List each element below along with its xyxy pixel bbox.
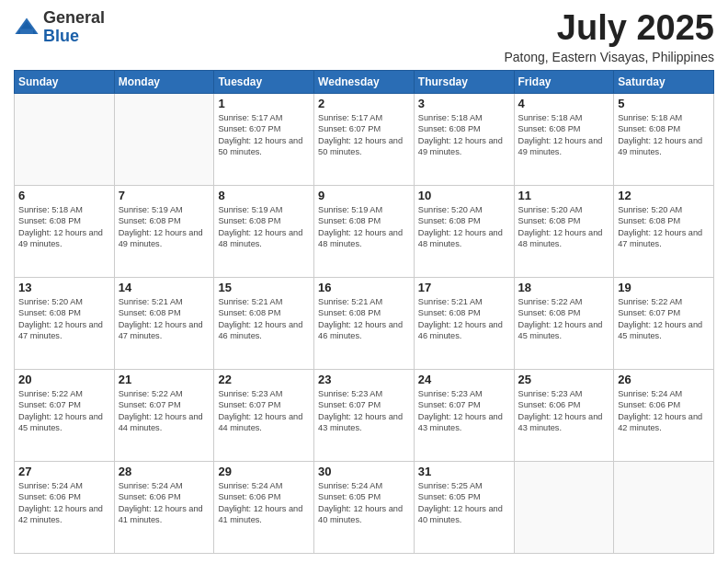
day-number: 20: [18, 373, 110, 386]
day-info: Sunrise: 5:24 AM Sunset: 6:06 PM Dayligh…: [18, 480, 110, 526]
day-info: Sunrise: 5:20 AM Sunset: 6:08 PM Dayligh…: [418, 204, 510, 250]
table-row: 16Sunrise: 5:21 AM Sunset: 6:08 PM Dayli…: [314, 277, 415, 369]
day-number: 8: [218, 189, 310, 202]
header-wednesday: Wednesday: [314, 70, 415, 93]
day-number: 25: [518, 373, 610, 386]
header: General Blue July 2025 Patong, Eastern V…: [14, 9, 714, 64]
day-info: Sunrise: 5:25 AM Sunset: 6:05 PM Dayligh…: [418, 480, 510, 526]
day-number: 19: [618, 281, 710, 294]
day-number: 18: [518, 281, 610, 294]
day-info: Sunrise: 5:20 AM Sunset: 6:08 PM Dayligh…: [18, 296, 110, 342]
table-row: 15Sunrise: 5:21 AM Sunset: 6:08 PM Dayli…: [214, 277, 314, 369]
header-tuesday: Tuesday: [214, 70, 314, 93]
location-subtitle: Patong, Eastern Visayas, Philippines: [504, 50, 714, 64]
day-number: 16: [318, 281, 410, 294]
header-friday: Friday: [514, 70, 614, 93]
table-row: 7Sunrise: 5:19 AM Sunset: 6:08 PM Daylig…: [114, 185, 214, 277]
day-info: Sunrise: 5:23 AM Sunset: 6:07 PM Dayligh…: [418, 388, 510, 434]
day-number: 11: [518, 189, 610, 202]
day-info: Sunrise: 5:19 AM Sunset: 6:08 PM Dayligh…: [119, 204, 210, 250]
day-number: 3: [418, 97, 510, 110]
day-number: 22: [218, 373, 310, 386]
day-number: 6: [18, 189, 110, 202]
day-number: 13: [18, 281, 110, 294]
table-row: 26Sunrise: 5:24 AM Sunset: 6:06 PM Dayli…: [614, 369, 714, 461]
calendar-table: Sunday Monday Tuesday Wednesday Thursday…: [14, 70, 714, 554]
table-row: 5Sunrise: 5:18 AM Sunset: 6:08 PM Daylig…: [614, 93, 714, 185]
table-row: 23Sunrise: 5:23 AM Sunset: 6:07 PM Dayli…: [314, 369, 415, 461]
day-number: 21: [119, 373, 210, 386]
table-row: [514, 461, 614, 553]
table-row: 4Sunrise: 5:18 AM Sunset: 6:08 PM Daylig…: [514, 93, 614, 185]
table-row: [614, 461, 714, 553]
logo-blue: Blue: [43, 27, 79, 45]
day-number: 17: [418, 281, 510, 294]
day-number: 31: [418, 465, 510, 478]
day-info: Sunrise: 5:18 AM Sunset: 6:08 PM Dayligh…: [618, 112, 710, 158]
table-row: 18Sunrise: 5:22 AM Sunset: 6:08 PM Dayli…: [514, 277, 614, 369]
day-info: Sunrise: 5:23 AM Sunset: 6:06 PM Dayligh…: [518, 388, 610, 434]
day-info: Sunrise: 5:22 AM Sunset: 6:07 PM Dayligh…: [119, 388, 210, 434]
day-number: 24: [418, 373, 510, 386]
day-info: Sunrise: 5:19 AM Sunset: 6:08 PM Dayligh…: [318, 204, 410, 250]
header-thursday: Thursday: [414, 70, 514, 93]
day-info: Sunrise: 5:18 AM Sunset: 6:08 PM Dayligh…: [18, 204, 110, 250]
day-number: 27: [18, 465, 110, 478]
table-row: 20Sunrise: 5:22 AM Sunset: 6:07 PM Dayli…: [15, 369, 115, 461]
table-row: 9Sunrise: 5:19 AM Sunset: 6:08 PM Daylig…: [314, 185, 415, 277]
day-number: 14: [119, 281, 210, 294]
logo-icon: [14, 15, 40, 40]
table-row: 29Sunrise: 5:24 AM Sunset: 6:06 PM Dayli…: [214, 461, 314, 553]
day-number: 12: [618, 189, 710, 202]
table-row: 27Sunrise: 5:24 AM Sunset: 6:06 PM Dayli…: [15, 461, 115, 553]
day-info: Sunrise: 5:21 AM Sunset: 6:08 PM Dayligh…: [318, 296, 410, 342]
page: General Blue July 2025 Patong, Eastern V…: [0, 0, 728, 563]
table-row: 22Sunrise: 5:23 AM Sunset: 6:07 PM Dayli…: [214, 369, 314, 461]
header-saturday: Saturday: [614, 70, 714, 93]
day-number: 9: [318, 189, 410, 202]
day-info: Sunrise: 5:22 AM Sunset: 6:08 PM Dayligh…: [518, 296, 610, 342]
day-info: Sunrise: 5:21 AM Sunset: 6:08 PM Dayligh…: [119, 296, 210, 342]
day-number: 1: [218, 97, 310, 110]
day-number: 4: [518, 97, 610, 110]
table-row: [15, 93, 115, 185]
day-info: Sunrise: 5:22 AM Sunset: 6:07 PM Dayligh…: [18, 388, 110, 434]
table-row: 2Sunrise: 5:17 AM Sunset: 6:07 PM Daylig…: [314, 93, 415, 185]
calendar-week-row: 6Sunrise: 5:18 AM Sunset: 6:08 PM Daylig…: [15, 185, 714, 277]
day-number: 29: [218, 465, 310, 478]
logo: General Blue: [14, 9, 105, 46]
table-row: 30Sunrise: 5:24 AM Sunset: 6:05 PM Dayli…: [314, 461, 415, 553]
calendar-week-row: 13Sunrise: 5:20 AM Sunset: 6:08 PM Dayli…: [15, 277, 714, 369]
table-row: 11Sunrise: 5:20 AM Sunset: 6:08 PM Dayli…: [514, 185, 614, 277]
title-block: July 2025 Patong, Eastern Visayas, Phili…: [504, 9, 714, 64]
header-sunday: Sunday: [15, 70, 115, 93]
day-info: Sunrise: 5:17 AM Sunset: 6:07 PM Dayligh…: [218, 112, 310, 158]
table-row: 28Sunrise: 5:24 AM Sunset: 6:06 PM Dayli…: [114, 461, 214, 553]
table-row: 3Sunrise: 5:18 AM Sunset: 6:08 PM Daylig…: [414, 93, 514, 185]
day-info: Sunrise: 5:24 AM Sunset: 6:06 PM Dayligh…: [119, 480, 210, 526]
day-info: Sunrise: 5:23 AM Sunset: 6:07 PM Dayligh…: [318, 388, 410, 434]
calendar-week-row: 20Sunrise: 5:22 AM Sunset: 6:07 PM Dayli…: [15, 369, 714, 461]
day-info: Sunrise: 5:19 AM Sunset: 6:08 PM Dayligh…: [218, 204, 310, 250]
day-number: 10: [418, 189, 510, 202]
logo-general: General: [43, 8, 105, 27]
day-info: Sunrise: 5:18 AM Sunset: 6:08 PM Dayligh…: [518, 112, 610, 158]
day-info: Sunrise: 5:23 AM Sunset: 6:07 PM Dayligh…: [218, 388, 310, 434]
day-number: 15: [218, 281, 310, 294]
header-monday: Monday: [114, 70, 214, 93]
table-row: 24Sunrise: 5:23 AM Sunset: 6:07 PM Dayli…: [414, 369, 514, 461]
table-row: [114, 93, 214, 185]
table-row: 12Sunrise: 5:20 AM Sunset: 6:08 PM Dayli…: [614, 185, 714, 277]
table-row: 10Sunrise: 5:20 AM Sunset: 6:08 PM Dayli…: [414, 185, 514, 277]
day-info: Sunrise: 5:24 AM Sunset: 6:06 PM Dayligh…: [218, 480, 310, 526]
day-info: Sunrise: 5:21 AM Sunset: 6:08 PM Dayligh…: [418, 296, 510, 342]
table-row: 6Sunrise: 5:18 AM Sunset: 6:08 PM Daylig…: [15, 185, 115, 277]
logo-text: General Blue: [43, 9, 105, 46]
day-info: Sunrise: 5:20 AM Sunset: 6:08 PM Dayligh…: [518, 204, 610, 250]
day-info: Sunrise: 5:21 AM Sunset: 6:08 PM Dayligh…: [218, 296, 310, 342]
day-number: 26: [618, 373, 710, 386]
day-number: 7: [119, 189, 210, 202]
calendar-week-row: 1Sunrise: 5:17 AM Sunset: 6:07 PM Daylig…: [15, 93, 714, 185]
table-row: 14Sunrise: 5:21 AM Sunset: 6:08 PM Dayli…: [114, 277, 214, 369]
table-row: 13Sunrise: 5:20 AM Sunset: 6:08 PM Dayli…: [15, 277, 115, 369]
